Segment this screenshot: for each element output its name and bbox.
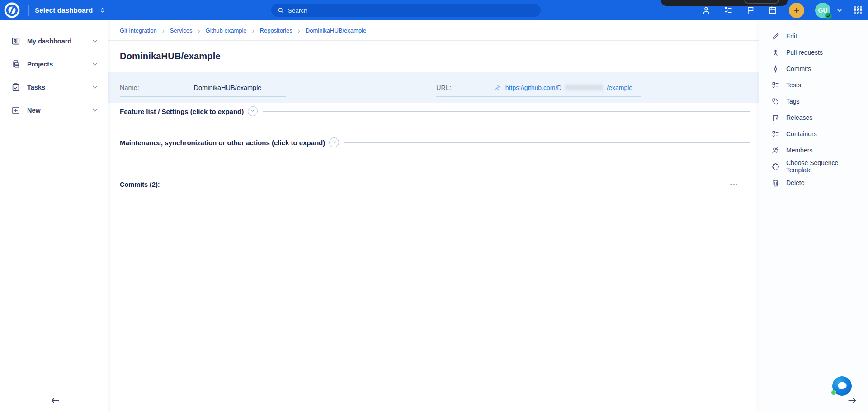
section-expand-button[interactable]: [329, 137, 339, 147]
expandable-section-header[interactable]: Feature list / Settings (click to expand…: [120, 103, 750, 119]
breadcrumb-separator: ›: [162, 27, 165, 34]
url-field-label: URL:: [436, 84, 486, 91]
commits-heading: Commits (2):: [120, 181, 729, 188]
context-menu-item-label: Delete: [786, 179, 804, 186]
breadcrumb: Git Integration › Services › Github exam…: [120, 27, 366, 34]
context-menu: Edit Pull requests Commits Tests Tags: [760, 20, 868, 191]
puzzle-icon: [771, 162, 780, 171]
tasks-icon: [11, 82, 21, 92]
breadcrumb-separator: ›: [198, 27, 200, 34]
expand-right-icon[interactable]: [847, 394, 859, 407]
dashboard-selector[interactable]: Select dashboard: [35, 6, 106, 14]
url-field: URL: https://github.com/D /example: [436, 79, 641, 97]
chevron-down-icon: [91, 84, 99, 91]
context-menu-item[interactable]: Members: [760, 142, 868, 158]
left-sidebar: My dashboard Projects Tasks New: [0, 20, 108, 412]
plus-icon: [793, 6, 801, 14]
chain-icon: [494, 84, 502, 91]
context-menu-item-label: Tags: [786, 98, 800, 105]
search-input[interactable]: [288, 7, 535, 14]
chevron-down-icon[interactable]: [835, 6, 844, 14]
name-field: Name: DominikaHUB/example: [120, 79, 286, 97]
sidebar-item[interactable]: Projects: [0, 52, 108, 76]
online-status-dot: [831, 390, 836, 395]
collapse-left-icon[interactable]: [48, 394, 61, 407]
tag-icon: [771, 97, 780, 106]
pencil-icon: [771, 32, 780, 41]
crane-icon: [771, 114, 780, 122]
sidebar-item-label: Tasks: [27, 84, 91, 91]
context-menu-item[interactable]: Delete: [760, 175, 868, 191]
section-expand-button[interactable]: [248, 106, 258, 116]
chevron-down-icon: [91, 38, 99, 45]
screen-indicator-pill: [744, 0, 779, 4]
context-menu-item[interactable]: Edit: [760, 28, 868, 44]
breadcrumb-link[interactable]: Services: [170, 27, 193, 34]
url-prefix: https://github.com/D: [505, 84, 562, 91]
checklist-icon: [771, 81, 780, 90]
context-menu-item-label: Pull requests: [786, 49, 823, 56]
calendar-icon[interactable]: [768, 5, 778, 15]
chevron-down-icon: [250, 108, 255, 115]
dots-menu-icon[interactable]: [729, 180, 738, 189]
projects-icon: [11, 59, 21, 69]
commit-icon: [771, 65, 780, 73]
add-button[interactable]: [789, 3, 804, 18]
context-menu-item-label: Members: [786, 147, 812, 154]
sidebar-item[interactable]: New: [0, 99, 108, 122]
tasklist-icon[interactable]: [723, 5, 733, 15]
dashboard-selector-label: Select dashboard: [35, 6, 93, 14]
url-redacted-segment: [565, 85, 603, 90]
breadcrumb-link[interactable]: Git Integration: [120, 27, 157, 34]
context-menu-item[interactable]: Tests: [760, 77, 868, 93]
sidebar-item[interactable]: My dashboard: [0, 29, 108, 52]
context-menu-item[interactable]: Releases: [760, 109, 868, 126]
section-label: Feature list / Settings (click to expand…: [120, 108, 244, 115]
context-menu-item[interactable]: Tags: [760, 93, 868, 109]
context-menu-item-label: Tests: [786, 81, 801, 89]
user-avatar[interactable]: GU: [815, 3, 830, 18]
context-menu-item[interactable]: Choose Sequence Template: [760, 158, 868, 175]
checklist-icon: [771, 130, 780, 138]
breadcrumb-link[interactable]: Github example: [206, 27, 247, 34]
context-menu-panel: Edit Pull requests Commits Tests Tags: [760, 20, 868, 412]
breadcrumb-bar: Git Integration › Services › Github exam…: [108, 20, 760, 41]
search-bar[interactable]: [271, 4, 541, 17]
section-rule: [344, 142, 750, 143]
breadcrumb-link[interactable]: Repositories: [260, 27, 292, 34]
sidebar-item[interactable]: Tasks: [0, 76, 108, 99]
context-menu-item[interactable]: Commits: [760, 61, 868, 77]
context-menu-item-label: Choose Sequence Template: [786, 159, 845, 174]
section-rule: [263, 111, 750, 112]
name-field-label: Name:: [120, 84, 170, 91]
name-field-value[interactable]: DominikaHUB/example: [170, 84, 286, 91]
context-menu-item[interactable]: Pull requests: [760, 44, 868, 61]
search-icon: [277, 7, 284, 14]
apps-grid-icon[interactable]: [853, 5, 863, 16]
status-badge: [825, 13, 832, 19]
chevron-down-icon: [331, 139, 337, 146]
sidebar-item-label: New: [27, 107, 91, 114]
chat-launcher-button[interactable]: [832, 376, 852, 396]
commits-divider: [113, 171, 754, 171]
sort-chevrons-icon: [99, 6, 106, 14]
digital-ai-logo[interactable]: [4, 2, 20, 19]
context-menu-item-label: Commits: [786, 65, 811, 72]
context-menu-item-label: Releases: [786, 114, 812, 121]
panel-footer: [760, 388, 868, 412]
sidebar-nav: My dashboard Projects Tasks New: [0, 20, 108, 122]
sidebar-item-label: Projects: [27, 61, 91, 68]
user-icon[interactable]: [701, 5, 711, 15]
trash-icon: [771, 179, 780, 187]
expandable-section-header[interactable]: Maintenance, synchronization or other ac…: [120, 134, 750, 151]
top-bar: Select dashboard GU: [0, 0, 868, 20]
main-content: Git Integration › Services › Github exam…: [108, 20, 760, 412]
page-title: DominikaHUB/example: [120, 51, 221, 62]
chevron-down-icon: [91, 107, 99, 114]
screen-indicator-overlay: [661, 0, 788, 6]
breadcrumb-link[interactable]: DominikaHUB/example: [306, 27, 366, 34]
context-menu-item[interactable]: Containers: [760, 126, 868, 142]
repository-url-link[interactable]: https://github.com/D /example: [486, 84, 641, 91]
commits-header: Commits (2):: [120, 176, 738, 193]
flag-icon[interactable]: [745, 5, 755, 15]
